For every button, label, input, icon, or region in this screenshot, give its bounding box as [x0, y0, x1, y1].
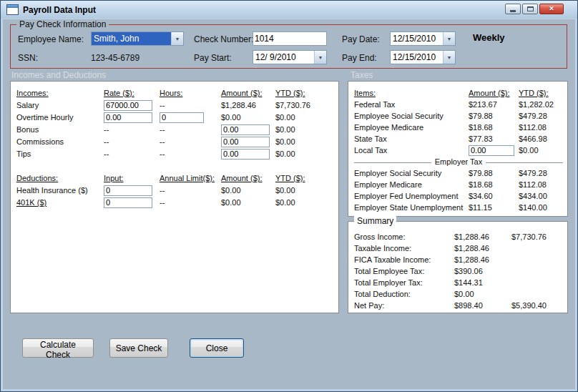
input-column-header: Input: [104, 172, 160, 185]
income-row-label: Bonus [16, 124, 104, 136]
tips-hours: -- [160, 148, 221, 160]
tips-amount-input[interactable] [221, 149, 270, 160]
pay-start-combo-arrow[interactable]: ▼ [314, 51, 326, 64]
employee-name-value: Smith, John [92, 32, 171, 45]
employee-medicare-amount: $18.68 [469, 122, 519, 133]
close-icon: ✕ [549, 6, 554, 12]
spacer [16, 160, 334, 172]
bonus-amount-input[interactable] [221, 124, 270, 135]
pay-start-value: 12/ 9/2010 [253, 51, 314, 64]
check-number-label: Check Number: [194, 34, 253, 44]
taxes-table: Items: Amount ($): YTD ($): Federal Tax … [354, 87, 563, 213]
employee-name-select[interactable]: Smith, John ▼ [91, 31, 184, 46]
tips-rate: -- [104, 148, 160, 160]
employer-state-unemployment-ytd: $140.00 [519, 202, 563, 213]
employee-combo-arrow[interactable]: ▼ [171, 32, 183, 45]
local-tax-input[interactable] [469, 145, 514, 156]
employer-tax-divider: Employer Tax [354, 156, 563, 167]
close-window-button[interactable]: ✕ [539, 4, 564, 14]
total-employee-tax-amount: $390.06 [454, 265, 511, 277]
commissions-hours: -- [160, 136, 221, 148]
window-controls: ✕ [505, 4, 564, 14]
ssn-label: SSN: [18, 53, 38, 63]
employee-ss-amount: $79.88 [469, 110, 519, 122]
tax-row-label: Employer Medicare [354, 179, 469, 190]
taxes-panel: Items: Amount ($): YTD ($): Federal Tax … [348, 81, 568, 217]
ssn-value: 123-45-6789 [91, 53, 139, 63]
pay-date-combo-arrow[interactable]: ▼ [443, 32, 455, 45]
gross-income-amount: $1,288.46 [454, 231, 511, 242]
hours-column-header: Hours: [160, 87, 221, 99]
chevron-down-icon: ▼ [447, 55, 452, 60]
tax-row-label: Local Tax [354, 144, 469, 156]
overtime-rate-input[interactable] [104, 112, 152, 123]
federal-tax-ytd: $1,282.02 [519, 99, 563, 110]
ytd-column-header: YTD ($): [275, 87, 334, 99]
summary-row-label: FICA Taxable Income: [354, 254, 454, 265]
close-dialog-button[interactable]: Close [190, 338, 244, 358]
pay-end-combo-arrow[interactable]: ▼ [443, 51, 455, 64]
check-number-input[interactable] [253, 31, 327, 46]
deductions-header: Deductions: [16, 172, 104, 185]
chevron-down-icon: ▼ [447, 36, 452, 41]
employer-ss-amount: $79.88 [469, 167, 519, 179]
calculate-check-button[interactable]: Calculate Check [22, 338, 94, 358]
employer-fed-unemployment-ytd: $434.00 [519, 190, 563, 202]
summary-row-label: Total Employee Tax: [354, 265, 454, 277]
minimize-button[interactable] [505, 4, 521, 14]
fica-taxable-income-amount: $1,288.46 [454, 254, 511, 265]
incomes-table: Incomes: Rate ($): Hours: Amount ($): YT… [16, 87, 334, 209]
tax-row-label: Employee Social Security [354, 110, 469, 122]
employer-ss-ytd: $479.28 [519, 167, 563, 179]
pay-start-select[interactable]: 12/ 9/2010 ▼ [253, 50, 327, 64]
incomes-deductions-section-label: Incomes and Deductions [11, 70, 106, 80]
amount-column-header: Amount ($): [469, 87, 519, 99]
salary-amount: $1,288.46 [221, 99, 275, 112]
overtime-amount: $0.00 [221, 112, 275, 124]
health-insurance-input[interactable] [104, 185, 152, 196]
titlebar[interactable]: Payroll Data Input ✕ [1, 1, 577, 19]
maximize-button[interactable] [522, 4, 538, 14]
income-row-label: Salary [16, 99, 104, 112]
chevron-down-icon: ▼ [318, 55, 323, 60]
annual-limit-column-header: Annual Limit($): [160, 172, 221, 185]
bonus-ytd: $0.00 [275, 124, 334, 136]
taxable-income-amount: $1,288.46 [454, 242, 511, 254]
amount-column-header: Amount ($): [221, 87, 275, 99]
k401-limit: -- [160, 197, 221, 209]
pay-end-select[interactable]: 12/15/2010 ▼ [390, 50, 456, 64]
k401-ytd: $0.00 [275, 197, 334, 209]
items-column-header: Items: [354, 87, 469, 99]
pay-end-label: Pay End: [342, 53, 377, 63]
employer-tax-header: Employer Tax [431, 157, 486, 166]
bonus-hours: -- [160, 124, 221, 136]
pay-date-value: 12/15/2010 [391, 32, 443, 45]
tips-ytd: $0.00 [275, 148, 334, 160]
incomes-deductions-panel: Incomes: Rate ($): Hours: Amount ($): YT… [10, 81, 339, 313]
salary-rate-input[interactable] [104, 100, 152, 111]
summary-row-label: Taxable Income: [354, 242, 454, 254]
pay-date-label: Pay Date: [342, 34, 380, 44]
taxes-section-label: Taxes [351, 70, 373, 80]
pay-date-select[interactable]: 12/15/2010 ▼ [390, 31, 456, 46]
incomes-header: Incomes: [16, 87, 104, 99]
commissions-amount-input[interactable] [221, 137, 270, 147]
tax-row-label: Employee Medicare [354, 122, 469, 133]
save-check-button[interactable]: Save Check [109, 338, 168, 358]
tax-row-label: Federal Tax [354, 99, 469, 110]
window-title: Payroll Data Input [19, 5, 96, 15]
amount-column-header: Amount ($): [221, 172, 275, 185]
tax-row-label: State Tax [354, 133, 469, 144]
minimize-icon [510, 10, 516, 12]
k401-link[interactable]: 401K ($) [16, 197, 104, 209]
employer-fed-unemployment-amount: $34.60 [469, 190, 519, 202]
ytd-column-header: YTD ($): [275, 172, 334, 185]
income-row-label: Tips [16, 148, 104, 160]
k401-input[interactable] [104, 197, 152, 208]
local-tax-ytd: $0.00 [519, 144, 563, 156]
overtime-hours-input[interactable] [160, 112, 204, 123]
chevron-down-icon: ▼ [175, 36, 180, 41]
net-pay-ytd: $5,390.40 [511, 300, 563, 311]
net-pay-amount: $898.40 [454, 300, 511, 311]
salary-ytd: $7,730.76 [275, 99, 334, 112]
